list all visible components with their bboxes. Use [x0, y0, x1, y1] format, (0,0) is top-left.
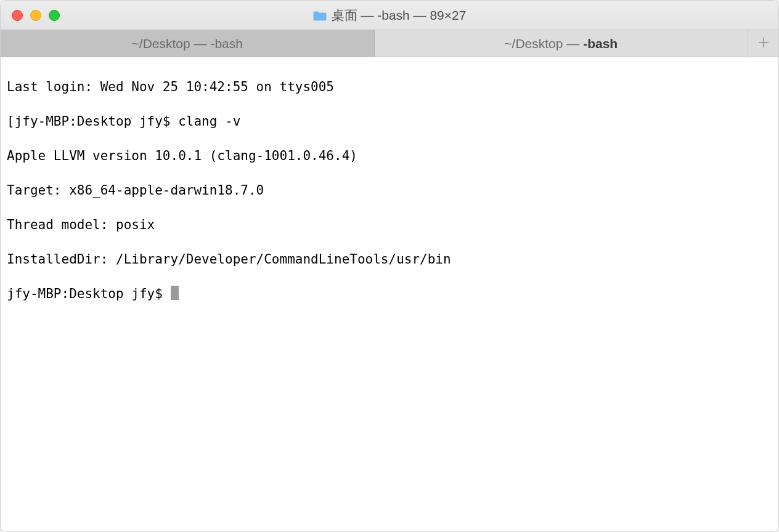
minimize-button[interactable]	[30, 10, 41, 21]
terminal-line: Target: x86_64-apple-darwin18.7.0	[7, 182, 772, 199]
tab-2-prefix: ~/Desktop —	[504, 36, 583, 50]
window-title: 桌面 — -bash — 89×27	[332, 7, 467, 24]
tab-2[interactable]: ~/Desktop — -bash	[375, 30, 748, 57]
new-tab-button[interactable]	[748, 30, 778, 57]
titlebar[interactable]: 桌面 — -bash — 89×27	[1, 1, 778, 30]
folder-icon	[313, 10, 327, 21]
tab-1[interactable]: ~/Desktop — -bash	[1, 30, 375, 57]
title-container: 桌面 — -bash — 89×27	[1, 7, 778, 24]
terminal-prompt: jfy-MBP:Desktop jfy$	[7, 286, 171, 301]
terminal-body[interactable]: Last login: Wed Nov 25 10:42:55 on ttys0…	[1, 57, 778, 531]
terminal-line: [jfy-MBP:Desktop jfy$ clang -v	[7, 113, 772, 130]
terminal-line: InstalledDir: /Library/Developer/Command…	[7, 251, 772, 268]
traffic-lights	[12, 10, 60, 21]
tab-1-name: -bash	[210, 36, 243, 50]
zoom-button[interactable]	[49, 10, 60, 21]
terminal-line: Last login: Wed Nov 25 10:42:55 on ttys0…	[7, 78, 772, 95]
tab-1-prefix: ~/Desktop —	[132, 36, 211, 50]
terminal-window: 桌面 — -bash — 89×27 ~/Desktop — -bash ~/D…	[0, 0, 779, 532]
tabbar: ~/Desktop — -bash ~/Desktop — -bash	[1, 30, 778, 57]
plus-icon	[757, 35, 770, 52]
cursor	[171, 286, 179, 300]
terminal-line: Apple LLVM version 10.0.1 (clang-1001.0.…	[7, 147, 772, 164]
close-button[interactable]	[12, 10, 23, 21]
tab-2-name: -bash	[583, 36, 618, 50]
terminal-line: Thread model: posix	[7, 216, 772, 233]
